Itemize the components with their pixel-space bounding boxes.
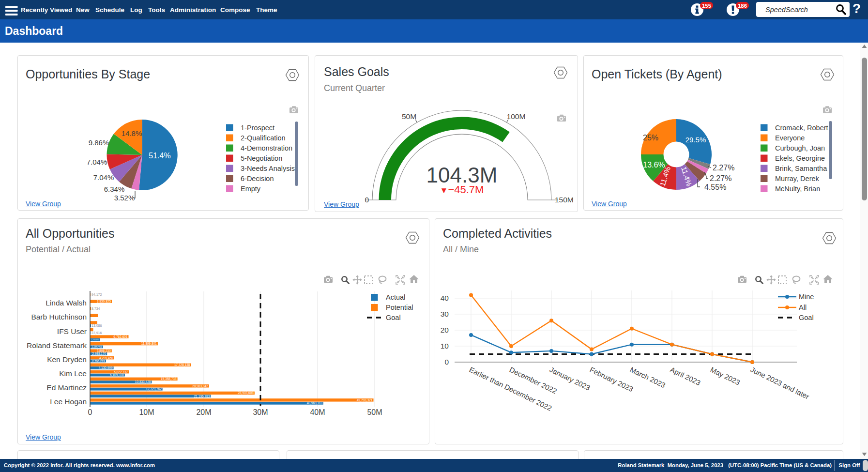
svg-text:155: 155 — [702, 3, 712, 9]
svg-text:186: 186 — [738, 3, 747, 9]
